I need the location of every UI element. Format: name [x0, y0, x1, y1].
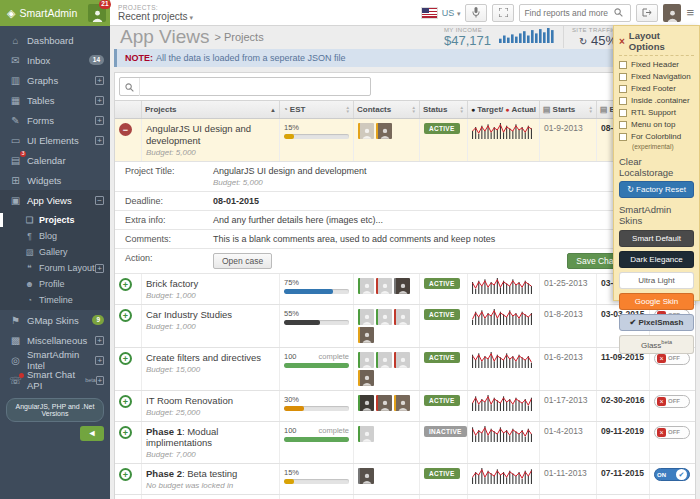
column-status[interactable]: Status▲▼	[419, 101, 467, 118]
contact-avatar[interactable]	[358, 123, 374, 139]
contact-avatar[interactable]	[394, 309, 410, 325]
skin-button-glass[interactable]: Glassbeta	[619, 335, 694, 354]
factory-reset-button[interactable]: ↻ Factory Reset	[619, 181, 694, 198]
layout-option-rtl-support[interactable]: RTL Support	[619, 108, 694, 117]
sidebar-item-dashboard[interactable]: ⌂Dashboard	[0, 30, 110, 50]
open-case-button[interactable]: Open case	[213, 253, 272, 269]
contact-avatar[interactable]	[394, 278, 410, 294]
contact-avatar[interactable]	[358, 468, 374, 484]
contact-avatar[interactable]	[394, 395, 410, 411]
skin-button-ultra-light[interactable]: Ultra Light	[619, 272, 694, 289]
project-selector[interactable]: PROJECTS: Recent projects▾	[118, 4, 193, 22]
checkbox[interactable]	[619, 97, 627, 105]
clear-localstorage-label[interactable]: Clear Localstorage	[619, 156, 694, 178]
checkbox[interactable]	[619, 109, 627, 117]
contact-avatar[interactable]	[376, 123, 392, 139]
expand-toggle-icon[interactable]: +	[95, 336, 104, 345]
expand-toggle-icon[interactable]: +	[95, 356, 104, 365]
sidebar-item-calendar[interactable]: ▤3Calendar	[0, 150, 110, 170]
layout-option-fixed-header[interactable]: Fixed Header	[619, 60, 694, 69]
contact-avatar[interactable]	[358, 327, 374, 343]
contact-avatar[interactable]	[394, 352, 410, 368]
skin-button-dark-elegance[interactable]: Dark Elegance	[619, 251, 694, 268]
table-row[interactable]: +Create filters and directivesBudget: 15…	[115, 348, 695, 391]
recent-projects-dropdown[interactable]: Recent projects	[118, 11, 187, 22]
column-projects[interactable]: Projects▲	[141, 101, 279, 118]
fullscreen-button[interactable]	[492, 4, 514, 22]
sign-out-button[interactable]	[636, 4, 658, 22]
expand-row-icon[interactable]: +	[119, 426, 132, 439]
contact-avatar[interactable]	[376, 395, 392, 411]
sidebar-item-ui-elements[interactable]: ▭UI Elements+	[0, 130, 110, 150]
expand-row-icon[interactable]: +	[119, 395, 132, 408]
checkbox[interactable]	[619, 121, 627, 129]
table-row[interactable]: +Car Industry StudiesBudget: 1,00055%ACT…	[115, 305, 695, 348]
voice-command-button[interactable]	[465, 4, 487, 22]
search-input[interactable]	[524, 8, 614, 18]
checkbox[interactable]	[619, 85, 627, 93]
checkbox[interactable]	[619, 133, 627, 141]
sidebar-item-widgets[interactable]: ⊞Widgets	[0, 170, 110, 190]
sidebar-item-gallery[interactable]: ▨Gallery	[0, 244, 110, 260]
sidebar-item-projects[interactable]: ❏Projects	[0, 212, 110, 228]
sidebar-item-forms[interactable]: ✎Forms+	[0, 110, 110, 130]
sidebar-item-inbox[interactable]: ✉Inbox14	[0, 50, 110, 70]
contact-avatar[interactable]	[376, 352, 392, 368]
table-row[interactable]: +Brick factoryBudget: 1,00075%ACTIVE01-2…	[115, 274, 695, 305]
contact-avatar[interactable]	[376, 278, 392, 294]
profile-avatar[interactable]	[663, 4, 681, 22]
sidebar-item-gmap-skins[interactable]: ⚑GMap Skins9	[0, 310, 110, 330]
contact-avatar[interactable]	[358, 370, 374, 386]
table-row[interactable]: +IT Room RenovationBudget: 25,00030%ACTI…	[115, 391, 695, 422]
column-contacts[interactable]: Contacts▲▼	[353, 101, 419, 118]
expand-row-icon[interactable]: +	[119, 309, 132, 322]
sidebar-item-smart-chat-api[interactable]: ☏Smart Chat APIbeta+	[0, 370, 110, 390]
layout-option-fixed-navigation[interactable]: Fixed Navigation	[619, 72, 694, 81]
versions-button[interactable]: AngularJS, PHP and .Net Versions	[6, 398, 104, 422]
expand-row-icon[interactable]: +	[119, 278, 132, 291]
skin-button-pixelsmash[interactable]: ✔ PixelSmash	[619, 314, 694, 331]
contact-avatar[interactable]	[376, 309, 392, 325]
column-target-actual[interactable]: ●Target/●Actual	[467, 101, 539, 118]
sidebar-item-miscellaneous[interactable]: ▩Miscellaneous+	[0, 330, 110, 350]
layout-option-inside-container[interactable]: Inside .container	[619, 96, 694, 105]
sidebar-item-blog[interactable]: ¶Blog	[0, 228, 110, 244]
sidebar-item-tables[interactable]: ▦Tables+	[0, 90, 110, 110]
table-row[interactable]: +Phase 2: Beta testingNo budget was lock…	[115, 464, 695, 495]
table-row[interactable]: +Phase 3: Deploy to managementNo budget …	[115, 495, 695, 499]
table-filter-input[interactable]	[140, 82, 370, 92]
language-dropdown[interactable]: US ▾	[442, 8, 461, 18]
contact-avatar[interactable]	[358, 426, 374, 442]
table-row[interactable]: +Phase 1: Modual implimentationsBudget: …	[115, 422, 695, 465]
expand-row-icon[interactable]: +	[119, 468, 132, 481]
row-toggle-off[interactable]: ×OFF	[654, 395, 690, 408]
row-toggle-on[interactable]: ON✔	[654, 468, 690, 481]
contact-avatar[interactable]	[358, 352, 374, 368]
table-row[interactable]: −AngularJS UI design and developmentBudg…	[115, 119, 695, 162]
expand-toggle-icon[interactable]: +	[95, 136, 104, 145]
hamburger-menu-icon[interactable]: ≡	[686, 5, 694, 20]
expand-toggle-icon[interactable]: −	[95, 196, 104, 205]
sidebar-item-smartadmin-intel[interactable]: ◎SmartAdmin Intel+	[0, 350, 110, 370]
skin-button-google-skin[interactable]: Google Skin	[619, 293, 694, 310]
sidebar-item-app-views[interactable]: ▣App Views−	[0, 190, 110, 210]
sidebar-item-forum-layout[interactable]: ❝Forum Layout+	[0, 260, 110, 276]
expand-toggle-icon[interactable]: +	[95, 76, 104, 85]
contact-avatar[interactable]	[358, 278, 374, 294]
sidebar-item-timeline[interactable]: ◔Timeline	[0, 292, 110, 308]
collapse-menu-button[interactable]: ◄	[80, 426, 104, 441]
layout-option-fixed-footer[interactable]: Fixed Footer	[619, 84, 694, 93]
sidebar-item-graphs[interactable]: ▥Graphs+	[0, 70, 110, 90]
skin-button-smart-default[interactable]: Smart Default	[619, 230, 694, 247]
expand-toggle-icon[interactable]: +	[95, 116, 104, 125]
layout-option-menu-on-top[interactable]: Menu on top	[619, 120, 694, 129]
checkbox[interactable]	[619, 73, 627, 81]
contact-avatar[interactable]	[358, 395, 374, 411]
column-starts[interactable]: ▤Starts▲▼	[539, 101, 596, 118]
expand-toggle-icon[interactable]: +	[96, 376, 104, 385]
expand-toggle-icon[interactable]: +	[95, 264, 104, 273]
collapse-row-icon[interactable]: −	[119, 123, 132, 136]
layout-option-for-colorblind[interactable]: For Colorblind	[619, 132, 694, 141]
sidebar-item-profile[interactable]: ☻Profile	[0, 276, 110, 292]
column-est[interactable]: ◔EST▲▼	[279, 101, 353, 118]
